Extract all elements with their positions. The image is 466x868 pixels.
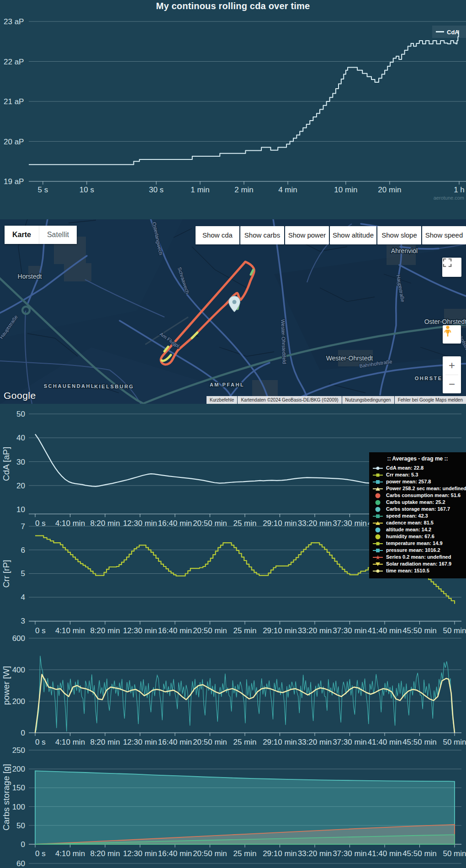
rolling-x-tick: 30 s xyxy=(149,185,164,194)
crr-x-tick: 0 s xyxy=(35,626,46,635)
crr-x-tick: 45:50 min xyxy=(402,626,437,635)
carbs-y-tick: 100 xyxy=(12,803,25,811)
fullscreen-button[interactable] xyxy=(442,258,461,277)
watermark: aerotune.com xyxy=(434,195,464,201)
legend-item-label: Power 258.2 sec mean: undefined xyxy=(386,485,466,492)
zoom-out-button[interactable]: − xyxy=(443,375,461,393)
map-type-karte-button[interactable]: Karte xyxy=(5,226,39,244)
legend-item: temperature mean: 14.9 xyxy=(373,540,462,547)
crr-axis-label: Crr [rP] xyxy=(1,560,11,587)
power-x-tick: 25 min xyxy=(233,738,256,746)
carbs-x-tick: 33:20 min xyxy=(298,849,332,858)
carbs-y-tick: 200 xyxy=(12,765,25,773)
map-attribution-item[interactable]: Fehler bei Google Maps melden xyxy=(395,396,466,404)
rolling-y-tick: 21 aP xyxy=(4,97,24,106)
legend-item: humidity mean: 67.6 xyxy=(373,533,462,540)
crr-x-tick: 50 min xyxy=(443,626,466,635)
legend-marker-icon xyxy=(373,479,383,485)
power-axis-label: power [W] xyxy=(1,666,11,705)
crr-y-tick: 5 xyxy=(21,569,25,578)
legend-marker-icon xyxy=(373,493,383,498)
legend-item: Power 258.2 sec mean: undefined xyxy=(373,485,462,492)
map-attribution-item[interactable]: Kartendaten ©2024 GeoBasis-DE/BKG (©2009… xyxy=(238,396,341,404)
show-altitude-button[interactable]: Show altitude xyxy=(330,226,376,244)
averages-legend-panel[interactable]: :: Averages - drag me :: CdA mean: 22.8C… xyxy=(369,452,466,578)
pegman-button[interactable] xyxy=(443,325,461,344)
rolling-x-tick: 20 min xyxy=(378,185,401,194)
legend-marker-icon xyxy=(373,520,383,526)
cda-y-tick: 50 xyxy=(16,410,25,418)
legend-marker-icon xyxy=(373,527,383,533)
legend-item: power mean: 257.8 xyxy=(373,478,462,485)
rolling-x-tick: 4 min xyxy=(278,185,297,194)
route-map[interactable]: HorstedtAhrenviölWester-OhrstedtOster-Oh… xyxy=(0,219,466,404)
legend-marker-icon xyxy=(373,513,383,519)
power-x-tick: 20:50 min xyxy=(193,738,227,746)
legend-marker-icon xyxy=(373,568,383,574)
crr-x-tick: 29:10 min xyxy=(263,626,297,635)
aerotune-dashboard: My continous rolling cda over time 19 aP… xyxy=(0,0,466,868)
power-x-tick: 29:10 min xyxy=(263,738,297,746)
page-title: My continous rolling cda over time xyxy=(0,1,466,11)
legend-marker-icon xyxy=(373,500,383,505)
legend-item: Crr mean: 5.3 xyxy=(373,471,462,478)
crr-y-tick: 7 xyxy=(21,522,25,531)
carbs-y-tick: 250 xyxy=(12,746,25,755)
carbs-x-tick: 45:50 min xyxy=(402,849,437,858)
legend-item: CdA mean: 22.8 xyxy=(373,465,462,471)
cda-y-tick: 10 xyxy=(16,505,25,514)
overlay-button-row: Show cdaShow carbsShow powerShow altitud… xyxy=(196,226,466,244)
crr-y-tick: 6 xyxy=(21,546,25,555)
legend-marker-icon xyxy=(373,548,383,553)
power-x-tick: 33:20 min xyxy=(298,738,332,746)
show-speed-button[interactable]: Show speed xyxy=(422,226,466,244)
legend-item: Carbs storage mean: 167.7 xyxy=(373,506,462,513)
carbs-y-tick: 0 xyxy=(21,840,25,849)
legend-item-label: time mean: 1510.5 xyxy=(386,567,429,574)
carbs-x-tick: 41:40 min xyxy=(368,849,402,858)
map-attribution: KurzbefehleKartendaten ©2024 GeoBasis-DE… xyxy=(207,396,466,404)
map-canvas[interactable]: HorstedtAhrenviölWester-OhrstedtOster-Oh… xyxy=(0,219,466,404)
map-type-satellit-button[interactable]: Satellit xyxy=(39,226,77,244)
legend-item-label: power mean: 257.8 xyxy=(386,478,431,485)
rolling-y-tick: 19 aP xyxy=(4,177,24,186)
crr-x-tick: 16:40 min xyxy=(158,626,192,635)
power-y-tick: 600 xyxy=(12,634,25,643)
show-carbs-button[interactable]: Show carbs xyxy=(240,226,284,244)
crr-x-tick: 25 min xyxy=(233,626,256,635)
show-cda-button[interactable]: Show cda xyxy=(196,226,239,244)
crr-y-tick: 3 xyxy=(21,617,25,625)
crr-x-tick: 33:20 min xyxy=(298,626,332,635)
power-x-tick: 50 min xyxy=(443,738,466,746)
carbs-y-tick: 150 xyxy=(12,783,25,792)
carbs-x-tick: 16:40 min xyxy=(158,849,192,858)
cda-y-tick: 20 xyxy=(16,482,25,490)
rolling-y-tick: 20 aP xyxy=(4,138,24,146)
crr-x-tick: 4:10 min xyxy=(55,626,85,635)
rolling-x-tick: 5 s xyxy=(38,185,48,194)
show-slope-button[interactable]: Show slope xyxy=(377,226,421,244)
carbs-y-tick: 50 xyxy=(16,821,25,830)
map-area-label: AM PFAHL xyxy=(210,382,244,387)
charts-layer: 19 aP20 aP21 aP22 aP23 aP5 s10 s30 s1 mi… xyxy=(0,0,466,868)
rolling-y-tick: 22 aP xyxy=(4,58,24,66)
rolling-y-tick: 23 aP xyxy=(4,17,24,26)
show-power-button[interactable]: Show power xyxy=(285,226,329,244)
power-x-tick: 12:30 min xyxy=(123,738,157,746)
legend-item: Solar radiation mean: 167.9 xyxy=(373,561,462,567)
legend-item: pressure mean: 1016.2 xyxy=(373,547,462,554)
power-y-tick: 200 xyxy=(12,697,25,706)
map-attribution-item[interactable]: Kurzbefehle xyxy=(207,396,237,404)
crr-x-tick: 12:30 min xyxy=(123,626,157,635)
zoom-in-button[interactable]: + xyxy=(443,356,461,375)
legend-marker-icon xyxy=(373,486,383,492)
legend-item: speed mean: 42.3 xyxy=(373,513,462,519)
legend-item-label: Carbs consumption mean: 51.6 xyxy=(386,492,461,499)
legend-item-label: Carbs uptake mean: 25.2 xyxy=(386,499,445,506)
carbs-x-tick: 0 s xyxy=(35,849,46,858)
crr-x-tick: 41:40 min xyxy=(368,626,402,635)
map-attribution-item[interactable]: Nutzungsbedingungen xyxy=(342,396,394,404)
legend-item-label: Series 0.2 mean: undefined xyxy=(386,554,451,561)
crr-y-tick: 4 xyxy=(21,593,25,602)
power-x-tick: 37:30 min xyxy=(333,738,367,746)
